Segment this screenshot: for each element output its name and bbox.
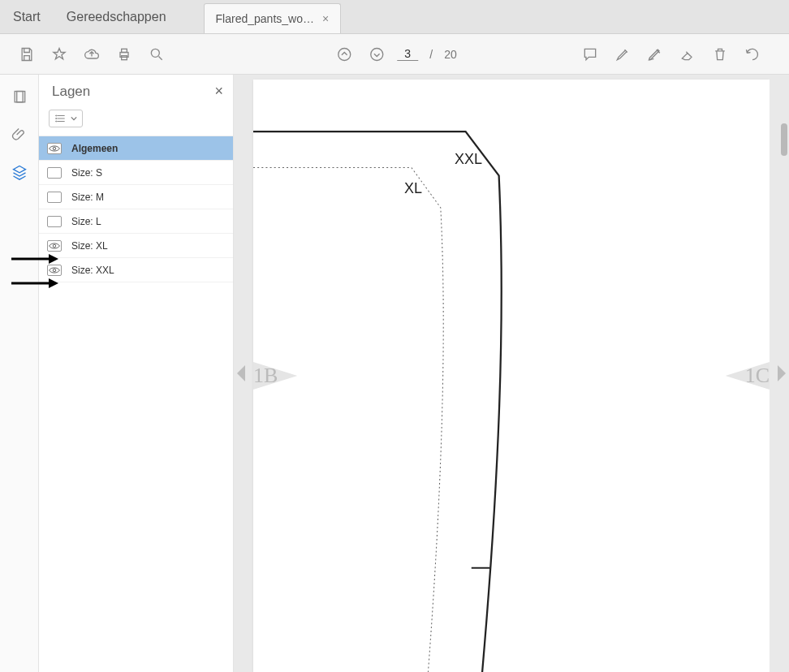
thumbnails-icon[interactable] [8,86,31,109]
tab-tools[interactable]: Gereedschappen [54,0,179,33]
undo-icon[interactable] [740,42,765,67]
print-icon[interactable] [112,42,136,67]
save-icon[interactable] [15,42,39,67]
scrollbar-thumb[interactable] [781,123,787,156]
document-tab-title: Flared_pants_wo… [216,12,314,25]
layer-visibility-toggle[interactable] [47,265,62,276]
layer-label: Size: S [71,167,102,179]
layer-row[interactable]: Algemeen [39,136,233,161]
layer-visibility-toggle[interactable] [47,216,62,227]
page-up-icon[interactable] [332,42,356,67]
close-panel-icon[interactable]: × [214,83,223,100]
main-area: Lagen × AlgemeenSize: SSize: MSize: LSiz… [0,75,789,672]
svg-point-3 [151,49,159,57]
collapse-sidebar-arrow[interactable] [237,365,245,381]
page-separator: / [429,48,433,61]
layer-visibility-toggle[interactable] [47,167,62,179]
svg-point-11 [53,147,56,150]
trash-icon[interactable] [708,42,732,67]
layer-label: Size: L [71,216,101,227]
layer-row[interactable]: Size: S [39,161,233,185]
svg-rect-2 [122,55,127,59]
toolbar: / 20 [0,34,789,75]
layer-row[interactable]: Size: M [39,185,233,209]
layer-label: Algemeen [71,143,118,154]
pattern-label-xl: XL [404,180,422,197]
attachments-icon[interactable] [8,123,31,146]
comment-icon[interactable] [578,42,602,67]
layer-label: Size: XXL [71,265,114,276]
svg-point-10 [56,121,57,122]
cloud-upload-icon[interactable] [80,42,104,67]
layers-options-button[interactable] [49,110,83,127]
layers-panel-title: Lagen [52,84,90,100]
document-page: XXL XL 1B 1C [253,80,770,672]
layers-icon[interactable] [8,161,31,183]
chevron-down-icon [71,115,77,122]
layer-visibility-toggle[interactable] [47,143,62,154]
draw-icon[interactable] [643,42,667,67]
layer-row[interactable]: Size: XL [39,234,233,258]
close-tab-icon[interactable]: × [322,12,329,25]
svg-rect-1 [122,49,127,52]
layer-label: Size: M [71,192,104,203]
svg-rect-7 [16,92,24,102]
document-tab[interactable]: Flared_pants_wo… × [204,3,342,33]
layers-panel: Lagen × AlgemeenSize: SSize: MSize: LSiz… [39,75,234,672]
svg-point-15 [53,244,56,248]
tab-start[interactable]: Start [0,0,54,33]
tab-bar: Start Gereedschappen Flared_pants_wo… × [0,0,789,34]
gutter-left [234,75,253,672]
page-total: 20 [444,48,457,61]
page-down-icon[interactable] [364,42,389,67]
left-rail [0,75,39,672]
document-viewport[interactable]: XXL XL 1B 1C [234,75,789,672]
expand-right-arrow[interactable] [778,365,786,381]
pattern-label-xxl: XXL [455,151,482,168]
page-number-input[interactable] [397,47,418,61]
svg-rect-6 [15,92,23,102]
svg-point-8 [56,115,57,116]
svg-point-4 [338,48,351,60]
layer-label: Size: XL [71,240,108,252]
layer-list: AlgemeenSize: SSize: MSize: LSize: XLSiz… [39,136,233,282]
search-icon[interactable] [144,42,169,67]
erase-icon[interactable] [675,42,700,67]
layer-row[interactable]: Size: L [39,209,233,234]
svg-point-16 [53,269,56,272]
svg-point-5 [371,48,383,60]
gutter-right [770,75,789,672]
svg-point-9 [56,118,57,118]
layer-visibility-toggle[interactable] [47,192,62,203]
highlight-icon[interactable] [610,42,635,67]
layer-row[interactable]: Size: XXL [39,258,233,282]
layer-visibility-toggle[interactable] [47,240,62,252]
star-icon[interactable] [47,42,71,67]
